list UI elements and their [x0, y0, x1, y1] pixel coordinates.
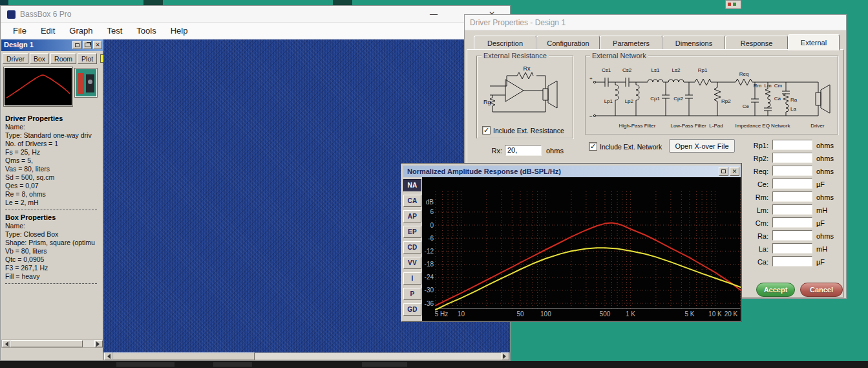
field-input-req[interactable] — [772, 166, 812, 176]
main-title-bar[interactable]: BassBox 6 Pro — ✕ — [1, 6, 510, 23]
graph-mode-i-button[interactable]: I — [403, 272, 421, 285]
section-label-driver: Driver — [810, 123, 825, 129]
field-unit: ohms — [816, 142, 834, 149]
field-label-rp1: Rp1: — [736, 142, 768, 149]
driver-properties-heading: Driver Properties — [5, 114, 102, 123]
response-plot-area: 60-6-12-18-24-30-36dB5 Hz10501005001 K5 … — [422, 177, 741, 321]
field-input-rp2[interactable] — [772, 153, 812, 163]
external-network-circuit: + − Cs1 Cs2 Ls1 Ls2 Rp1 Lp1 Lp2 Cp1 Cp2 … — [588, 63, 836, 130]
field-input-la[interactable] — [772, 243, 812, 254]
menu-file[interactable]: File — [6, 23, 34, 39]
terminal-plus: + — [589, 76, 593, 81]
driver-prop-line: Qes = 0,07 — [5, 182, 102, 190]
circuit-label-rp1: Rp1 — [698, 67, 708, 73]
circuit-label-cs2: Cs2 — [622, 67, 632, 73]
svg-text:5 K: 5 K — [684, 310, 694, 318]
tab-box[interactable]: Box — [30, 53, 49, 64]
driver-prop-line: Re = 8, ohms — [5, 190, 102, 199]
duplicate-button[interactable] — [83, 41, 92, 49]
field-input-cm[interactable] — [772, 217, 812, 228]
scroll-right-icon[interactable] — [501, 352, 509, 360]
tab-plot[interactable]: Plot — [78, 53, 97, 64]
panel-horizontal-scrollbar[interactable] — [1, 340, 103, 348]
graph-mode-ep-button[interactable]: EP — [403, 226, 421, 238]
menu-edit[interactable]: Edit — [34, 23, 62, 39]
graph-mode-ca-button[interactable]: CA — [403, 195, 421, 207]
scroll-left-icon[interactable] — [2, 340, 10, 347]
field-input-ca[interactable] — [772, 256, 812, 266]
graph-mode-p-button[interactable]: P — [403, 288, 421, 300]
restore-button[interactable] — [72, 41, 81, 49]
scrollbar-thumb[interactable] — [112, 352, 255, 360]
tab-description[interactable]: Description — [474, 36, 536, 50]
tab-external[interactable]: External — [788, 34, 840, 50]
svg-text:-24: -24 — [425, 274, 434, 281]
checkbox-label: Include Ext. Network — [600, 143, 662, 151]
tab-response[interactable]: Response — [725, 36, 788, 50]
graph-mode-gd-button[interactable]: GD — [403, 303, 421, 316]
graph-mode-vv-button[interactable]: VV — [403, 257, 421, 269]
graph-mode-ap-button[interactable]: AP — [403, 210, 421, 222]
menu-test[interactable]: Test — [100, 23, 130, 39]
field-input-rm[interactable] — [772, 191, 812, 202]
svg-text:-12: -12 — [425, 248, 434, 255]
svg-text:20 K: 20 K — [725, 310, 738, 318]
tab-driver[interactable]: Driver — [3, 53, 28, 64]
rx-input[interactable]: 20, — [505, 145, 542, 156]
terminal-minus: − — [589, 114, 593, 120]
design-panel-title-bar[interactable]: Design 1 ✕ — [1, 39, 103, 51]
svg-text:10 K: 10 K — [708, 310, 722, 318]
box-prop-line: Vb = 80, liters — [5, 247, 102, 255]
field-unit: µF — [816, 180, 825, 188]
group-label: External Network — [590, 52, 648, 60]
desktop-icon-fragment — [725, 0, 741, 9]
close-icon[interactable]: ✕ — [93, 41, 102, 49]
menu-graph[interactable]: Graph — [62, 23, 100, 39]
circuit-label-rg: Rg — [483, 99, 491, 105]
graph-title-bar[interactable]: Normalized Amplitude Response (dB-SPL/Hz… — [403, 166, 741, 177]
open-xover-file-button[interactable]: Open X-over File — [669, 139, 735, 153]
checkbox-label: Include Ext. Resistance — [493, 127, 564, 135]
scrollbar-thumb[interactable] — [10, 340, 83, 347]
workspace-horizontal-scrollbar[interactable] — [103, 352, 510, 360]
tab-dimensions[interactable]: Dimensions — [662, 36, 725, 50]
box-prop-line: Qtc = 0,0905 — [5, 255, 102, 264]
scroll-left-icon[interactable] — [104, 352, 112, 360]
tab-parameters[interactable]: Parameters — [600, 36, 662, 50]
field-input-rp1[interactable] — [772, 140, 812, 150]
include-ext-resistance-checkbox[interactable]: ✓ — [482, 126, 491, 135]
close-icon[interactable]: ✕ — [730, 167, 739, 176]
response-thumbnail[interactable] — [4, 67, 72, 106]
field-unit: µF — [816, 219, 825, 227]
minimize-button[interactable]: — — [422, 6, 445, 23]
box-properties-heading: Box Properties — [5, 213, 102, 222]
include-ext-network-checkbox[interactable]: ✓ — [589, 142, 597, 151]
circuit-label-req: Req — [739, 71, 749, 77]
graph-mode-na-button[interactable]: NA — [403, 179, 421, 191]
tab-room[interactable]: Room — [50, 53, 76, 64]
rx-label: Rx: — [488, 147, 502, 155]
scroll-right-icon[interactable] — [94, 340, 103, 347]
field-input-ra[interactable] — [772, 230, 812, 241]
box-prop-line: Name: — [5, 222, 102, 230]
circuit-label-rp2: Rp2 — [721, 98, 731, 104]
box-prop-line: Type: Closed Box — [5, 230, 102, 239]
svg-text:-6: -6 — [428, 235, 434, 242]
svg-text:10: 10 — [458, 310, 465, 318]
cancel-button[interactable]: Cancel — [800, 283, 843, 297]
field-unit: ohms — [816, 155, 834, 162]
menu-tools[interactable]: Tools — [129, 23, 163, 39]
field-input-ce[interactable] — [772, 179, 812, 189]
svg-text:0: 0 — [430, 222, 434, 229]
section-label-lpad: L-Pad — [709, 123, 723, 129]
menu-help[interactable]: Help — [164, 23, 195, 39]
restore-button[interactable] — [719, 167, 728, 176]
design-panel-tabs: Driver Box Room Plot — [3, 53, 109, 64]
section-label-low-pass: Low-Pass Filter — [670, 123, 706, 129]
circuit-label-lp2: Lp2 — [625, 98, 634, 104]
tab-configuration[interactable]: Configuration — [536, 36, 600, 50]
field-input-lm[interactable] — [772, 204, 812, 215]
dialog-title-bar[interactable]: Driver Properties - Design 1 — [465, 15, 846, 30]
accept-button[interactable]: Accept — [756, 283, 795, 297]
graph-mode-cd-button[interactable]: CD — [403, 241, 421, 254]
